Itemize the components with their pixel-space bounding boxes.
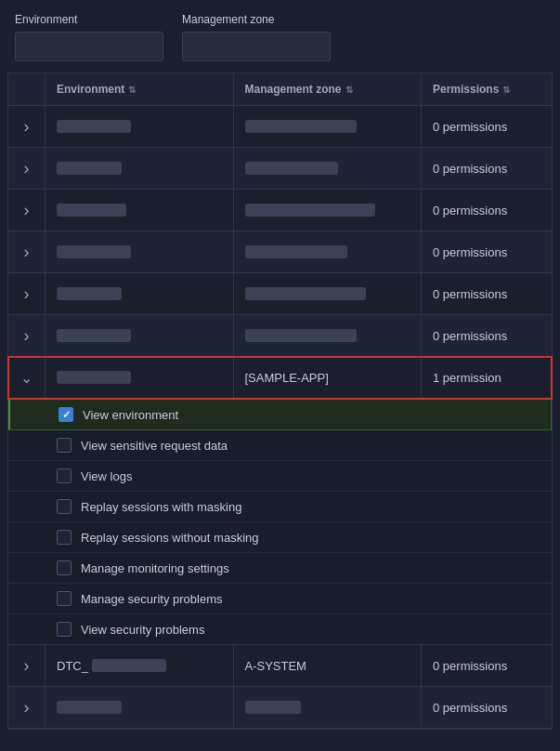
row4-expand-btn[interactable] bbox=[20, 243, 33, 262]
row6-expand-cell[interactable] bbox=[8, 315, 46, 356]
table-row: 0 permissions bbox=[8, 190, 552, 231]
checkbox-view-security[interactable] bbox=[57, 622, 72, 637]
checkbox-view-logs[interactable] bbox=[57, 468, 72, 483]
row4-mgmt-bar bbox=[245, 245, 347, 258]
row1-mgmt-bar bbox=[245, 120, 357, 133]
permissions-sort-icon: ⇅ bbox=[502, 85, 510, 95]
table-row: 0 permissions bbox=[8, 273, 552, 315]
row5-expand-btn[interactable] bbox=[20, 284, 33, 304]
dtc-mgmt-cell: A-SYSTEM bbox=[234, 645, 423, 686]
th-management-zone[interactable]: Management zone ⇅ bbox=[234, 73, 423, 105]
row4-expand-cell[interactable] bbox=[8, 231, 46, 272]
checkbox-view-sensitive[interactable] bbox=[57, 438, 72, 453]
row2-env-cell bbox=[46, 148, 234, 189]
permission-row-manage-monitoring: Manage monitoring settings bbox=[8, 553, 552, 584]
dtc-expand-btn[interactable] bbox=[20, 656, 33, 676]
row2-env-bar bbox=[57, 162, 122, 175]
th-expand bbox=[8, 73, 46, 105]
row4-permissions: 0 permissions bbox=[422, 231, 552, 272]
label-view-environment: View environment bbox=[83, 408, 178, 422]
row6-mgmt-bar bbox=[245, 329, 357, 342]
environment-filter-label: Environment bbox=[15, 13, 163, 26]
checkbox-view-environment[interactable] bbox=[59, 407, 73, 422]
row5-env-cell bbox=[46, 273, 234, 314]
dtc-mgmt-label: A-SYSTEM bbox=[245, 659, 306, 673]
last-expand-btn[interactable] bbox=[20, 698, 33, 718]
dtc-env-label: DTC_ bbox=[57, 659, 88, 673]
label-view-security: View security problems bbox=[81, 623, 204, 637]
label-view-sensitive: View sensitive request data bbox=[81, 439, 228, 453]
dtc-env-bar bbox=[92, 659, 166, 672]
expanded-row-env-bar bbox=[57, 371, 131, 384]
row5-mgmt-cell bbox=[234, 273, 423, 314]
row1-mgmt-cell bbox=[234, 106, 423, 147]
label-manage-security: Manage security problems bbox=[81, 592, 222, 606]
row3-env-cell bbox=[46, 190, 234, 231]
row1-expand-cell[interactable] bbox=[8, 106, 46, 147]
row3-mgmt-cell bbox=[234, 190, 423, 231]
expanded-row-permissions: 1 permission bbox=[422, 357, 552, 398]
last-env-cell bbox=[46, 687, 234, 728]
permission-row-view-security: View security problems bbox=[8, 614, 552, 644]
row2-expand-cell[interactable] bbox=[8, 148, 46, 189]
last-table-row: 0 permissions bbox=[8, 687, 552, 729]
row6-permissions: 0 permissions bbox=[422, 315, 552, 356]
permission-row-view-logs: View logs bbox=[8, 461, 552, 492]
row5-env-bar bbox=[57, 287, 122, 300]
row3-permissions: 0 permissions bbox=[422, 190, 552, 231]
table-header: Environment ⇅ Management zone ⇅ Permissi… bbox=[8, 73, 552, 106]
permission-row-replay-no-masking: Replay sessions without masking bbox=[8, 522, 552, 553]
row3-expand-btn[interactable] bbox=[20, 201, 33, 220]
permission-row-replay-masking: Replay sessions with masking bbox=[8, 492, 552, 522]
row6-expand-btn[interactable] bbox=[20, 326, 33, 346]
row5-mgmt-bar bbox=[245, 287, 366, 300]
management-zone-filter-label: Management zone bbox=[182, 13, 331, 26]
dtc-table-row: DTC_ A-SYSTEM 0 permissions bbox=[8, 645, 552, 687]
last-mgmt-bar bbox=[245, 701, 301, 714]
row5-permissions: 0 permissions bbox=[422, 273, 552, 314]
row1-env-bar bbox=[57, 120, 131, 133]
top-filters: Environment Management zone bbox=[0, 0, 560, 72]
row3-expand-cell[interactable] bbox=[8, 190, 46, 231]
th-environment[interactable]: Environment ⇅ bbox=[46, 73, 234, 105]
row3-env-bar bbox=[57, 204, 126, 217]
label-replay-masking: Replay sessions with masking bbox=[81, 500, 241, 514]
row5-expand-cell[interactable] bbox=[8, 273, 46, 314]
dtc-expand-cell[interactable] bbox=[8, 645, 46, 686]
expanded-row-expand-btn[interactable] bbox=[20, 369, 33, 387]
management-zone-filter-input[interactable] bbox=[182, 32, 331, 61]
last-permissions: 0 permissions bbox=[422, 687, 552, 728]
row1-permissions: 0 permissions bbox=[422, 106, 552, 147]
permissions-table: Environment ⇅ Management zone ⇅ Permissi… bbox=[7, 72, 553, 730]
last-expand-cell[interactable] bbox=[8, 687, 46, 728]
environment-filter-input[interactable] bbox=[15, 32, 163, 61]
table-row: 0 permissions bbox=[8, 148, 552, 190]
row2-mgmt-bar bbox=[245, 162, 338, 175]
label-view-logs: View logs bbox=[81, 469, 132, 483]
checkbox-manage-monitoring[interactable] bbox=[57, 560, 72, 575]
permission-row-view-environment: View environment bbox=[8, 399, 552, 430]
expanded-table-row: [SAMPLE-APP] 1 permission bbox=[8, 357, 552, 399]
table-row: 0 permissions bbox=[8, 106, 552, 148]
label-replay-no-masking: Replay sessions without masking bbox=[81, 531, 258, 545]
permission-row-manage-security: Manage security problems bbox=[8, 584, 552, 614]
row6-env-bar bbox=[57, 329, 131, 342]
dtc-permissions: 0 permissions bbox=[422, 645, 552, 686]
permissions-panel: View environment View sensitive request … bbox=[8, 399, 552, 645]
row4-env-cell bbox=[46, 231, 234, 272]
label-manage-monitoring: Manage monitoring settings bbox=[81, 561, 229, 575]
row1-expand-btn[interactable] bbox=[20, 117, 33, 137]
expanded-row-expand-cell[interactable] bbox=[8, 357, 46, 398]
row4-env-bar bbox=[57, 245, 131, 258]
expanded-row-env-cell bbox=[46, 357, 234, 398]
th-permissions[interactable]: Permissions ⇅ bbox=[422, 73, 552, 105]
checkbox-replay-no-masking[interactable] bbox=[57, 530, 72, 545]
sample-app-label: [SAMPLE-APP] bbox=[245, 371, 329, 385]
last-mgmt-cell bbox=[234, 687, 423, 728]
row2-expand-btn[interactable] bbox=[20, 159, 33, 178]
checkbox-manage-security[interactable] bbox=[57, 591, 72, 606]
row3-mgmt-bar bbox=[245, 204, 375, 217]
checkbox-replay-masking[interactable] bbox=[57, 499, 72, 514]
row2-permissions: 0 permissions bbox=[422, 148, 552, 189]
expanded-row-mgmt-cell: [SAMPLE-APP] bbox=[234, 357, 423, 398]
